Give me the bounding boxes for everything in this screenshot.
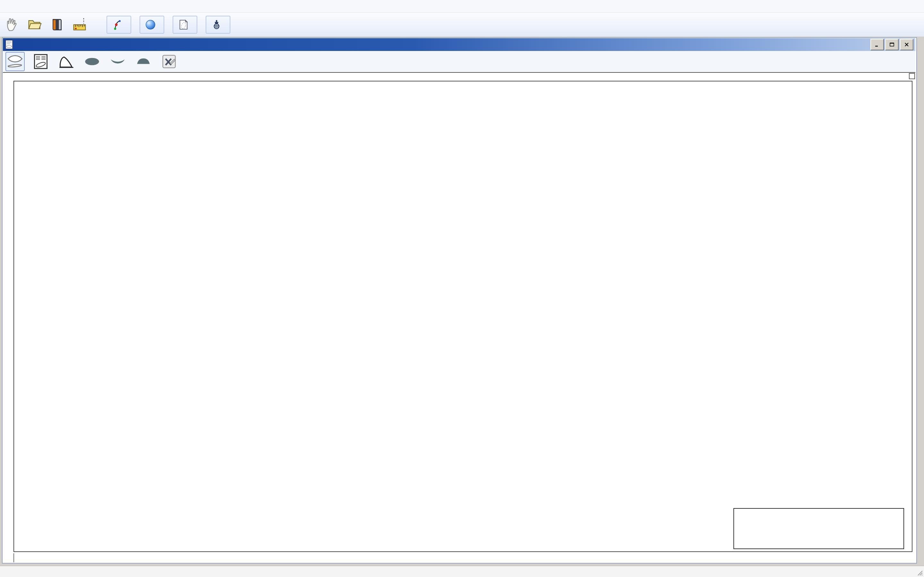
hand-tool-button[interactable] — [5, 17, 20, 32]
excel-export-icon — [161, 53, 178, 70]
board-views-icon — [7, 53, 23, 70]
board-info-box — [733, 508, 904, 549]
cnc-icon — [211, 19, 222, 30]
unit-mm-button[interactable] — [276, 16, 298, 33]
document-titlebar[interactable] — [3, 38, 915, 51]
spec-sheet-button[interactable] — [31, 52, 50, 71]
board-plan-drawing — [14, 81, 912, 551]
plan-button[interactable] — [173, 16, 197, 34]
save-icon — [50, 18, 64, 32]
open-file-button[interactable] — [27, 17, 42, 32]
spec-sheet-icon — [32, 53, 49, 70]
document-window — [2, 37, 917, 564]
author-bar — [13, 553, 913, 562]
foil-curve-button[interactable] — [57, 52, 76, 71]
outline-solid-icon — [83, 53, 101, 70]
3d-view-button[interactable] — [140, 16, 164, 34]
design-icon — [112, 19, 123, 30]
date-corner-marker — [909, 73, 915, 79]
menu-bar — [0, 0, 924, 13]
open-folder-icon — [27, 18, 42, 32]
cnc-button[interactable] — [206, 16, 230, 34]
application-window — [0, 0, 924, 577]
foil-curve-icon — [58, 53, 75, 70]
canvas-date-group — [907, 73, 915, 79]
slice-view-button[interactable] — [134, 52, 153, 71]
unit-cm-button[interactable] — [252, 16, 273, 33]
slice-solid-icon — [134, 53, 152, 70]
main-toolbar — [0, 13, 924, 37]
view-mode-buttons — [107, 16, 230, 34]
maximize-button[interactable] — [885, 39, 899, 50]
unit-buttons — [252, 16, 349, 33]
board-views-button[interactable] — [5, 52, 25, 71]
resize-grip[interactable] — [915, 568, 923, 576]
3d-view-icon — [145, 19, 156, 30]
rocker-view-button[interactable] — [108, 52, 128, 71]
maximize-icon — [889, 42, 895, 47]
minimize-icon — [874, 42, 880, 47]
window-controls — [871, 39, 913, 50]
outline-view-button[interactable] — [82, 52, 102, 71]
save-file-button[interactable] — [49, 17, 65, 32]
ruler-icon — [73, 18, 87, 32]
drawing-area[interactable] — [13, 81, 913, 552]
rocker-solid-icon — [109, 53, 127, 70]
hand-icon — [5, 18, 19, 32]
unit-inf-button[interactable] — [326, 16, 349, 33]
view-toolbar — [3, 51, 915, 73]
measure-tool-button[interactable] — [72, 17, 87, 32]
minimize-button[interactable] — [871, 39, 884, 50]
close-button[interactable] — [900, 39, 913, 50]
plan-icon — [178, 19, 189, 30]
status-bar — [0, 566, 924, 577]
close-icon — [904, 42, 909, 47]
unit-inch-button[interactable] — [302, 16, 323, 33]
design-button[interactable] — [107, 16, 131, 34]
export-spreadsheet-button[interactable] — [160, 52, 179, 71]
document-icon — [5, 39, 14, 50]
file-tool-group — [5, 17, 87, 32]
